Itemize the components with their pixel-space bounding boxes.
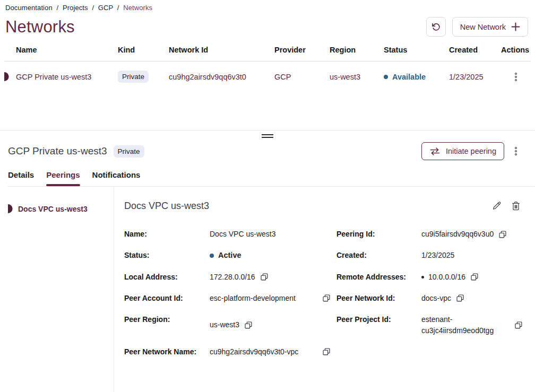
field-value-peering-id: cu9i5fairsdv9qq6v3u0 xyxy=(421,229,522,240)
network-detail-header: GCP Private us-west3 Private Initiate pe… xyxy=(8,142,519,160)
field-label-peer-project-id: Peer Project Id: xyxy=(336,314,421,336)
field-label-name: Name: xyxy=(124,229,210,240)
kind-badge: Private xyxy=(118,71,149,83)
breadcrumb-item-documentation[interactable]: Documentation xyxy=(5,4,53,12)
field-value-peer-region: us-west3 xyxy=(210,314,336,336)
networks-table: Name Kind Network Id Provider Region Sta… xyxy=(4,46,531,92)
delete-peering-button[interactable] xyxy=(510,199,522,212)
breadcrumb-separator: / xyxy=(56,4,58,12)
split-pane-drag-handle[interactable] xyxy=(0,130,535,141)
trash-icon xyxy=(511,201,521,211)
field-value-name: Docs VPC us-west3 xyxy=(210,229,336,240)
tab-notifications[interactable]: Notifications xyxy=(92,170,141,186)
initiate-peering-label: Initiate peering xyxy=(446,147,496,155)
peering-detail-panel: Docs VPC us-west3 xyxy=(114,187,535,392)
column-header-created: Created xyxy=(449,46,501,54)
field-label-peer-network-id: Peer Network Id: xyxy=(336,293,421,304)
kind-badge: Private xyxy=(114,145,144,158)
peering-title: Docs VPC us-west3 xyxy=(124,201,209,212)
refresh-icon xyxy=(431,22,441,32)
copy-icon xyxy=(261,273,268,281)
copy-peer-account-id-button[interactable] xyxy=(323,294,330,302)
new-network-button[interactable]: New Network xyxy=(452,17,528,37)
network-detail-title: GCP Private us-west3 xyxy=(8,145,107,157)
network-provider-cell: GCP xyxy=(274,73,330,81)
field-label-peer-network-name: Peer Network Name: xyxy=(124,346,210,358)
pencil-icon xyxy=(491,201,502,211)
detail-actions-kebab-menu[interactable] xyxy=(513,145,519,158)
page-title: Networks xyxy=(5,18,75,37)
field-label-empty xyxy=(336,346,421,358)
drag-handle-line-icon xyxy=(262,137,273,138)
copy-peer-project-id-button[interactable] xyxy=(515,321,522,329)
copy-icon xyxy=(499,231,506,238)
copy-icon xyxy=(471,273,478,281)
network-leaf-icon xyxy=(4,72,9,81)
field-label-local-address: Local Address: xyxy=(124,272,210,283)
column-header-name: Name xyxy=(4,46,118,54)
breadcrumb-item-gcp[interactable]: GCP xyxy=(98,4,113,12)
kebab-dot-icon xyxy=(515,73,517,75)
copy-peer-region-button[interactable] xyxy=(245,321,252,329)
networks-list-section: Documentation / Projects / GCP / Network… xyxy=(0,0,535,130)
copy-peering-id-button[interactable] xyxy=(499,231,506,238)
networks-table-header: Name Kind Network Id Provider Region Sta… xyxy=(4,46,531,62)
copy-remote-address-button[interactable] xyxy=(471,273,478,281)
network-name-cell[interactable]: GCP Private us-west3 xyxy=(4,72,118,81)
copy-peer-network-id-button[interactable] xyxy=(456,294,464,302)
kebab-dot-icon xyxy=(515,150,517,152)
initiate-peering-button[interactable]: Initiate peering xyxy=(421,142,504,160)
network-status-cell: Available xyxy=(384,73,449,81)
network-name-link[interactable]: GCP Private us-west3 xyxy=(16,73,91,81)
field-value-created: 1/23/2025 xyxy=(421,250,522,262)
network-kind-cell: Private xyxy=(118,71,169,83)
tab-peerings[interactable]: Peerings xyxy=(46,170,80,186)
field-label-peer-account-id: Peer Account Id: xyxy=(124,293,210,304)
page-header: Networks New Network xyxy=(5,17,528,37)
peering-list-item-label: Docs VPC us-west3 xyxy=(18,205,88,213)
field-label-peer-region: Peer Region: xyxy=(124,314,210,336)
peering-arrows-icon xyxy=(429,147,441,155)
drag-handle-line-icon xyxy=(262,134,273,135)
page-header-actions: New Network xyxy=(426,17,528,37)
detail-tabs: Details Peerings Notifications xyxy=(8,170,535,187)
network-created-cell: 1/23/2025 xyxy=(449,73,501,81)
field-label-peering-id: Peering Id: xyxy=(336,229,421,240)
column-header-status: Status xyxy=(384,46,449,54)
field-value-peer-account-id: esc-platform-development xyxy=(210,293,336,304)
status-badge: Available xyxy=(392,73,426,81)
field-label-created: Created: xyxy=(336,250,421,262)
column-header-actions: Actions xyxy=(501,46,531,54)
network-detail-section: GCP Private us-west3 Private Initiate pe… xyxy=(0,130,535,392)
peering-list-sidebar: Docs VPC us-west3 xyxy=(0,187,114,392)
breadcrumb-item-projects[interactable]: Projects xyxy=(63,4,88,12)
field-value-empty xyxy=(421,346,522,358)
row-actions-kebab-menu[interactable] xyxy=(513,71,519,83)
new-network-label: New Network xyxy=(460,23,506,31)
copy-peer-network-name-button[interactable] xyxy=(323,348,330,355)
plus-icon xyxy=(511,22,520,31)
copy-icon xyxy=(323,294,330,302)
copy-icon xyxy=(323,348,330,355)
copy-icon xyxy=(456,294,464,302)
field-value-remote-addresses: 10.0.0.0/16 xyxy=(421,272,522,283)
status-dot-icon xyxy=(210,254,214,258)
edit-peering-button[interactable] xyxy=(490,199,503,212)
field-value-local-address: 172.28.0.0/16 xyxy=(210,272,336,283)
network-region-cell: us-west3 xyxy=(330,73,384,81)
status-dot-icon xyxy=(384,75,388,79)
copy-icon xyxy=(245,321,252,329)
table-row[interactable]: GCP Private us-west3 Private cu9hg2airsd… xyxy=(4,62,531,92)
network-id-cell: cu9hg2airsdv9qq6v3t0 xyxy=(169,73,274,81)
breadcrumb-item-networks-current: Networks xyxy=(123,4,152,12)
tab-details[interactable]: Details xyxy=(8,170,34,186)
list-bullet-icon xyxy=(421,276,424,278)
peering-list-item[interactable]: Docs VPC us-west3 xyxy=(0,202,114,215)
field-label-remote-addresses: Remote Addresses: xyxy=(336,272,421,283)
copy-local-address-button[interactable] xyxy=(261,273,268,281)
column-header-kind: Kind xyxy=(118,46,169,54)
kebab-dot-icon xyxy=(515,76,517,78)
refresh-button[interactable] xyxy=(426,17,446,37)
column-header-region: Region xyxy=(330,46,384,54)
field-label-status: Status: xyxy=(124,250,210,262)
